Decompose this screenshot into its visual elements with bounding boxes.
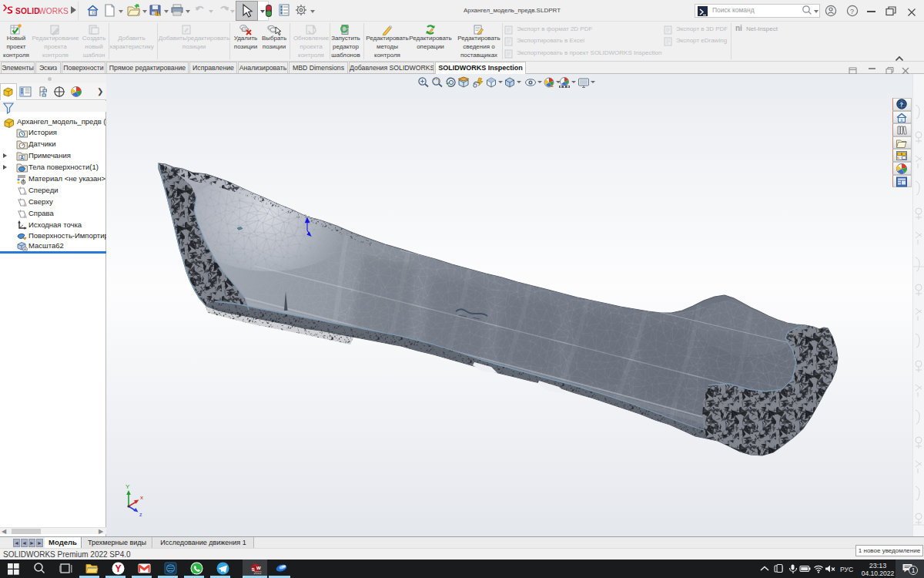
svg-text:!: ! (156, 10, 159, 16)
svg-text:2022: 2022 (254, 571, 263, 575)
svg-text:SOLID: SOLID (15, 7, 40, 15)
svg-text:?: ? (850, 8, 854, 15)
svg-text:A: A (20, 155, 24, 160)
svg-text:Y: Y (126, 483, 130, 490)
svg-text:W: W (256, 566, 261, 570)
svg-text:x: x (140, 494, 143, 501)
svg-text:z: z (139, 512, 142, 517)
svg-text:Y: Y (116, 563, 122, 574)
svg-text:?: ? (900, 102, 903, 107)
svg-text:WORKS: WORKS (38, 7, 69, 15)
